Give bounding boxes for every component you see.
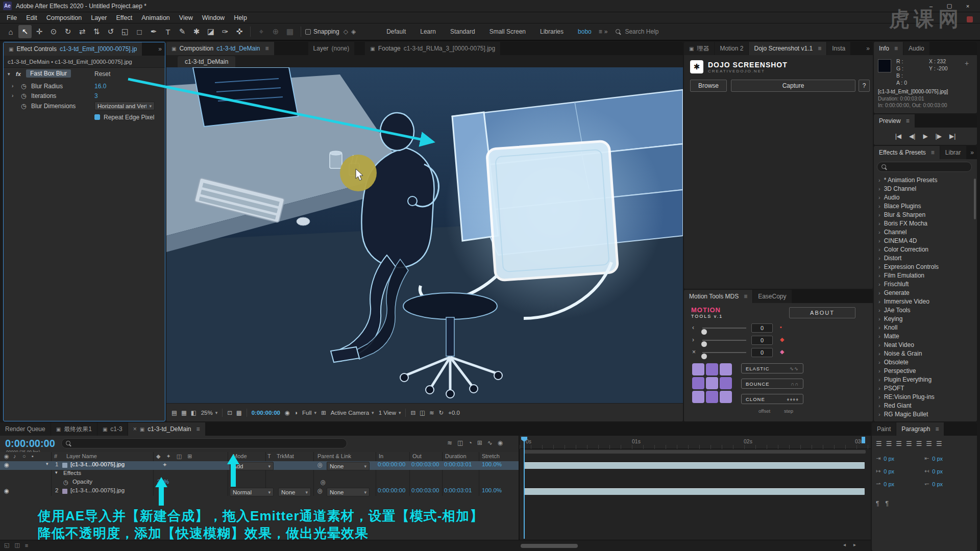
effects-presets-item[interactable]: › Blace Plugins	[874, 202, 974, 210]
fast-previews-icon[interactable]: ≋	[429, 409, 434, 416]
composition-viewport[interactable]	[166, 67, 683, 403]
brush-tool-icon[interactable]: ✎	[176, 25, 189, 38]
repeat-edge-checkbox[interactable]	[94, 114, 100, 120]
home-icon[interactable]: ⌂	[4, 25, 17, 38]
effects-presets-item[interactable]: › Generate	[874, 288, 974, 297]
opacity-property-row[interactable]: ◷ Opacity 31% ◎	[0, 479, 519, 487]
tab-info[interactable]: Info ≡	[874, 42, 903, 55]
puppet-pin-tool-icon[interactable]: ✜	[233, 25, 246, 38]
panel-menu-icon[interactable]: ≡	[894, 45, 898, 52]
parent-dropdown[interactable]: None ▾	[327, 488, 370, 496]
search-help-label[interactable]: Search Help	[625, 28, 658, 35]
twirl-closed-icon[interactable]: ›	[878, 403, 880, 409]
mode-dropdown[interactable]: Normal ▾	[230, 488, 274, 496]
justify-last-center-icon[interactable]: ☰	[916, 440, 922, 447]
transparency-grid-icon[interactable]: ▩	[236, 409, 242, 416]
twirl-open-icon[interactable]: ▾	[55, 470, 58, 475]
selection-tool-icon[interactable]: ↖	[18, 25, 32, 38]
twirl-closed-icon[interactable]: ›	[878, 368, 880, 374]
twirl-icon[interactable]: ▾	[8, 71, 10, 77]
twirl-closed-icon[interactable]: ›	[878, 203, 880, 209]
keyframe-grid-cell[interactable]	[692, 391, 704, 403]
snap-edges-icon[interactable]: ◇	[344, 28, 348, 35]
effect-reset-button[interactable]: Reset	[94, 70, 110, 78]
effects-group-label[interactable]: Effects	[63, 470, 81, 476]
effects-presets-item[interactable]: › Matte	[874, 332, 974, 340]
keyframe-grid-cell[interactable]	[720, 363, 732, 375]
panel-overflow-icon[interactable]: »	[967, 149, 977, 156]
twirl-closed-icon[interactable]: ›	[878, 385, 880, 391]
fx-icon[interactable]: fx	[16, 71, 21, 77]
twirl-closed-icon[interactable]: ›	[12, 83, 13, 89]
menu-item[interactable]: Window	[198, 14, 229, 21]
workspace-tab[interactable]: Standard	[450, 28, 475, 35]
effects-presets-item[interactable]: › CINEMA 4D	[874, 236, 974, 245]
tab-comp-final[interactable]: ▣ 最终效果1	[51, 422, 97, 436]
pickwhip-icon[interactable]: ◎	[317, 487, 323, 494]
twirl-closed-icon[interactable]: ›	[878, 359, 880, 365]
panel-menu-icon[interactable]: ≡	[197, 425, 200, 433]
view-layout-dropdown[interactable]: 1 View▾	[379, 410, 401, 416]
cti-line[interactable]	[524, 441, 525, 539]
out-value[interactable]: 0:00:03:00	[411, 461, 439, 467]
draft-3d-icon[interactable]: ◫	[457, 439, 463, 446]
slider-track[interactable]	[702, 340, 746, 341]
clone-stamp-tool-icon[interactable]: ✱	[190, 25, 203, 38]
paragraph-field[interactable]: ↤ 0 px	[924, 468, 973, 474]
effects-presets-item[interactable]: › 3D Channel	[874, 184, 974, 193]
effect-name[interactable]: Fast Box Blur	[26, 69, 71, 78]
comp-mini-flowchart-icon[interactable]: ≋	[447, 439, 452, 446]
panel-menu-icon[interactable]: ≡	[931, 149, 935, 156]
effects-presets-item[interactable]: › Channel	[874, 228, 974, 236]
bounce-button[interactable]: BOUNCE ∩∩	[741, 379, 803, 389]
mask-visibility-icon[interactable]: ◧	[191, 409, 197, 416]
tab-manager[interactable]: ▣ 理器	[684, 42, 714, 55]
tab-paint[interactable]: Paint	[872, 422, 896, 436]
paragraph-field[interactable]: ↦ 0 px	[876, 468, 924, 474]
trkmat-column-label[interactable]: TrkMat	[277, 453, 294, 459]
stopwatch-icon[interactable]: ◷	[21, 92, 26, 99]
quality-icon[interactable]: ✦	[162, 461, 167, 468]
paragraph-field[interactable]: ⇤ 0 px	[924, 455, 973, 462]
menu-item[interactable]: Layer	[86, 14, 111, 21]
keyframe-grid-cell[interactable]	[706, 391, 718, 403]
anchor-both-icon[interactable]: ×	[692, 348, 696, 356]
justify-all-icon[interactable]: ☰	[936, 440, 942, 447]
keyframe-grid-cell[interactable]	[720, 391, 732, 403]
layer-bar-2[interactable]	[524, 488, 865, 495]
effects-presets-item[interactable]: › Frischluft	[874, 280, 974, 288]
trkmat-dropdown[interactable]: None ▾	[278, 488, 311, 496]
slider-knob[interactable]	[701, 341, 707, 347]
anchor-right-icon[interactable]: ›	[692, 336, 694, 343]
layer-name[interactable]: [c1-3-t...00-0075].jpg	[70, 461, 125, 467]
slider-value[interactable]: 0	[751, 348, 773, 357]
effects-presets-item[interactable]: › Plugin Everything	[874, 375, 974, 384]
effects-presets-item[interactable]: › Knoll	[874, 323, 974, 332]
menu-item[interactable]: View	[175, 14, 198, 21]
capture-button[interactable]: Capture	[731, 80, 855, 92]
twirl-closed-icon[interactable]: ›	[878, 220, 880, 227]
pickwhip-icon[interactable]: ◎	[321, 479, 326, 486]
effects-presets-item[interactable]: › Immersive Video	[874, 297, 974, 306]
menu-item[interactable]: Help	[229, 14, 252, 21]
snapshot-icon[interactable]: ◉	[285, 409, 290, 416]
eye-icon[interactable]: ◉	[4, 487, 9, 494]
roto-brush-tool-icon[interactable]: ✑	[218, 25, 232, 38]
audio-column-icon[interactable]: ♪	[13, 453, 16, 459]
motion-blur-icon[interactable]: ∿	[487, 439, 493, 446]
slider-value[interactable]: 0	[751, 323, 773, 333]
tab-render-queue[interactable]: Render Queue	[0, 422, 51, 436]
workspace-overflow-icon[interactable]: »	[604, 28, 608, 35]
slider-knob[interactable]	[701, 354, 707, 359]
iterations-value[interactable]: 3	[94, 92, 98, 99]
stopwatch-icon[interactable]: ◷	[21, 103, 26, 110]
reset-exposure-icon[interactable]: ↻	[439, 409, 444, 416]
snapping-checkbox[interactable]	[305, 29, 311, 35]
tab-layer[interactable]: Layer (none)	[308, 42, 355, 55]
workspace-tab[interactable]: Libraries	[540, 28, 564, 35]
twirl-closed-icon[interactable]: ›	[878, 324, 880, 331]
twirl-closed-icon[interactable]: ›	[878, 290, 880, 296]
layer-color-swatch[interactable]	[62, 463, 67, 468]
stretch-column-label[interactable]: Stretch	[482, 453, 500, 459]
last-frame-button[interactable]: ▶|	[949, 133, 955, 140]
